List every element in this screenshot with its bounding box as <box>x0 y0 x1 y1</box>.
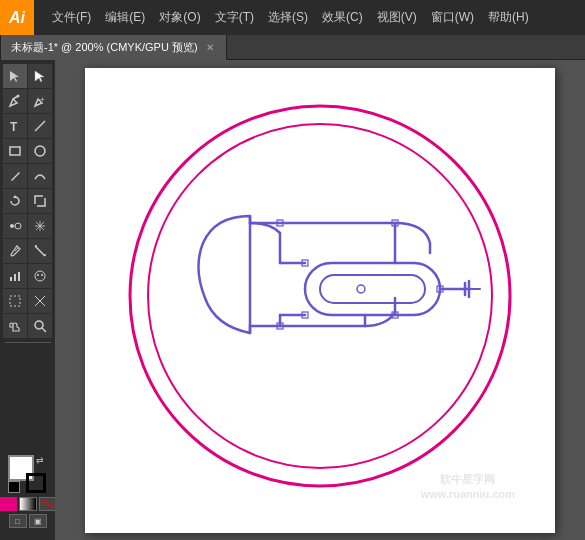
menu-select[interactable]: 选择(S) <box>262 7 314 28</box>
menu-window[interactable]: 窗口(W) <box>425 7 480 28</box>
add-anchor-tool[interactable]: + <box>28 89 52 113</box>
smooth-tool[interactable] <box>28 164 52 188</box>
svg-line-5 <box>35 121 45 131</box>
tool-row-shape <box>3 139 52 163</box>
select-tool[interactable] <box>3 64 27 88</box>
svg-marker-0 <box>10 71 19 82</box>
tool-row-graph <box>3 264 52 288</box>
svg-point-7 <box>35 146 45 156</box>
svg-rect-6 <box>10 147 20 155</box>
svg-point-9 <box>10 224 14 228</box>
menu-type[interactable]: 文字(T) <box>209 7 260 28</box>
gradient-btn[interactable] <box>19 497 37 511</box>
title-bar: Ai 文件(F) 编辑(E) 对象(O) 文字(T) 选择(S) 效果(C) 视… <box>0 0 585 35</box>
stroke-swatch[interactable] <box>26 473 46 493</box>
active-tab[interactable]: 未标题-1* @ 200% (CMYK/GPU 预览) ✕ <box>0 35 227 60</box>
graph-tool[interactable] <box>3 264 27 288</box>
svg-rect-16 <box>10 277 12 281</box>
svg-line-24 <box>42 328 46 332</box>
svg-point-41 <box>357 285 365 293</box>
svg-rect-18 <box>18 272 20 281</box>
color-mode-row <box>0 497 55 511</box>
view-mode-row: □ ▣ <box>9 514 47 528</box>
canvas: 软牛星字网 www.ruanniu.com <box>85 68 555 533</box>
svg-line-25 <box>42 500 54 508</box>
rotate-tool[interactable] <box>3 189 27 213</box>
menu-object[interactable]: 对象(O) <box>153 7 206 28</box>
measure-tool[interactable] <box>28 239 52 263</box>
menu-bar: 文件(F) 编辑(E) 对象(O) 文字(T) 选择(S) 效果(C) 视图(V… <box>46 7 535 28</box>
svg-point-2 <box>17 95 20 98</box>
artboard-tool[interactable] <box>3 289 27 313</box>
svg-point-21 <box>41 274 43 276</box>
tool-row-selection <box>3 64 52 88</box>
tool-row-type: T <box>3 114 52 138</box>
artwork-svg[interactable] <box>85 68 555 533</box>
main-area: + T <box>0 60 585 540</box>
rectangle-tool[interactable] <box>3 139 27 163</box>
color-swatches: ⇄ □ ▣ <box>0 455 55 532</box>
default-colors-icon[interactable] <box>8 481 20 493</box>
none-btn[interactable] <box>39 497 56 511</box>
tool-row-artboard <box>3 289 52 313</box>
slice-tool[interactable] <box>28 289 52 313</box>
svg-rect-28 <box>305 263 440 315</box>
menu-edit[interactable]: 编辑(E) <box>99 7 151 28</box>
tab-close-button[interactable]: ✕ <box>204 41 216 53</box>
tab-bar: 未标题-1* @ 200% (CMYK/GPU 预览) ✕ <box>0 35 585 60</box>
ellipse-tool[interactable] <box>28 139 52 163</box>
pencil-tool[interactable] <box>3 164 27 188</box>
tool-row-navigate <box>3 314 52 338</box>
svg-point-23 <box>35 321 43 329</box>
blend-tool[interactable] <box>3 214 27 238</box>
svg-rect-17 <box>14 274 16 281</box>
line-tool[interactable] <box>28 114 52 138</box>
mesh-tool[interactable] <box>28 214 52 238</box>
eyedropper-tool[interactable] <box>3 239 27 263</box>
tool-row-eyedropper <box>3 239 52 263</box>
normal-mode-btn[interactable]: □ <box>9 514 27 528</box>
svg-point-20 <box>37 274 39 276</box>
solid-color-btn[interactable] <box>0 497 17 511</box>
svg-rect-29 <box>320 275 425 303</box>
svg-text:+: + <box>40 95 45 104</box>
hand-tool[interactable] <box>3 314 27 338</box>
menu-file[interactable]: 文件(F) <box>46 7 97 28</box>
direct-select-tool[interactable] <box>28 64 52 88</box>
svg-marker-1 <box>35 71 44 82</box>
tool-row-pen: + <box>3 89 52 113</box>
toolbar: + T <box>0 60 55 540</box>
pen-tool[interactable] <box>3 89 27 113</box>
svg-rect-22 <box>10 296 20 306</box>
tool-row-pencil <box>3 164 52 188</box>
ai-logo: Ai <box>0 0 34 35</box>
svg-point-26 <box>130 106 510 486</box>
symbol-tool[interactable] <box>28 264 52 288</box>
tool-row-rotate <box>3 189 52 213</box>
tool-row-blend <box>3 214 52 238</box>
toolbar-separator <box>5 342 51 343</box>
menu-view[interactable]: 视图(V) <box>371 7 423 28</box>
fill-stroke-controls: □ ▣ <box>0 497 55 528</box>
menu-help[interactable]: 帮助(H) <box>482 7 535 28</box>
swap-colors-icon[interactable]: ⇄ <box>36 455 48 467</box>
menu-effect[interactable]: 效果(C) <box>316 7 369 28</box>
svg-point-10 <box>15 223 21 229</box>
type-tool[interactable]: T <box>3 114 27 138</box>
fullscreen-mode-btn[interactable]: ▣ <box>29 514 47 528</box>
scale-tool[interactable] <box>28 189 52 213</box>
tab-label: 未标题-1* @ 200% (CMYK/GPU 预览) <box>11 40 198 55</box>
swatch-area: ⇄ <box>8 455 48 493</box>
svg-text:T: T <box>10 120 18 133</box>
canvas-area: 软牛星字网 www.ruanniu.com <box>55 60 585 540</box>
zoom-tool[interactable] <box>28 314 52 338</box>
svg-point-19 <box>35 271 45 281</box>
svg-line-13 <box>35 246 45 256</box>
